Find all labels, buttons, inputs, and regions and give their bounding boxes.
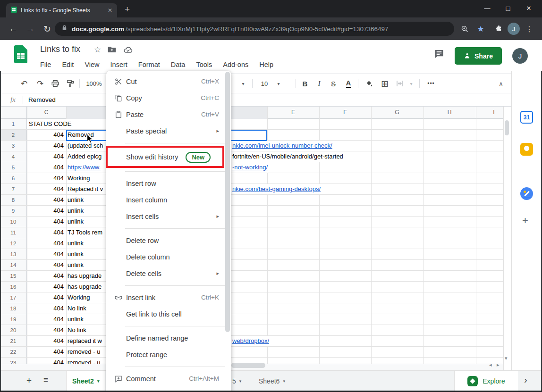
table-row[interactable]: 15404has upgrade	[0, 271, 503, 282]
table-row[interactable]: 12404unlink	[0, 238, 503, 249]
menu-item-cut[interactable]: CutCtrl+X	[106, 73, 231, 90]
more-toolbar-icon[interactable]: •••	[424, 78, 438, 89]
scroll-left-icon[interactable]: ◂	[489, 362, 492, 368]
font-size-caret-icon[interactable]: ▾	[275, 78, 282, 89]
row-header-6[interactable]: 6	[0, 173, 27, 183]
add-sheet-icon[interactable]: +	[26, 375, 32, 386]
merge-caret-icon[interactable]: ▾	[408, 78, 415, 89]
table-row[interactable]: 14404unlink	[0, 260, 503, 271]
cell-d7-overflow[interactable]: nkie.com/best-gaming-desktops/	[232, 184, 322, 194]
sheet-tab-sheet2[interactable]: Sheet2 ▾	[66, 371, 105, 391]
table-row[interactable]: 19404unlink	[0, 314, 503, 325]
cell-d4[interactable]: Added epicg	[68, 151, 102, 162]
menu-item-delete-column[interactable]: Delete column	[106, 249, 231, 265]
cell-d21[interactable]: replaced it w	[68, 336, 102, 346]
table-row[interactable]: 22404removed - u	[0, 347, 503, 358]
print-icon[interactable]	[49, 78, 61, 89]
row-header-19[interactable]: 19	[0, 314, 27, 325]
row-header-3[interactable]: 3	[0, 141, 27, 151]
cell-d20[interactable]: No link	[68, 325, 86, 335]
menu-insert[interactable]: Insert	[110, 61, 127, 68]
forward-icon[interactable]: →	[25, 23, 36, 34]
browser-menu-icon[interactable]: ⋮	[524, 23, 535, 34]
cell-d4-overflow[interactable]: fortnite/en-US/mobile/android/get-starte…	[232, 151, 345, 162]
menu-item-insert-link[interactable]: Insert linkCtrl+K	[106, 289, 231, 306]
cell-d21-overflow[interactable]: web/dropbox/	[232, 336, 271, 346]
bookmark-star-icon[interactable]: ★	[475, 23, 486, 34]
menu-item-copy[interactable]: CopyCtrl+C	[106, 90, 231, 106]
cell-c14[interactable]: 404	[27, 260, 66, 270]
table-row[interactable]: 20404No link	[0, 325, 503, 336]
cell-c12[interactable]: 404	[27, 238, 66, 249]
table-row[interactable]: 6404Working	[0, 173, 503, 184]
cell-d12[interactable]: unlink	[68, 238, 84, 249]
table-row[interactable]: 17404Working	[0, 292, 503, 303]
close-button[interactable]: ✕	[518, 0, 539, 16]
cell-d13[interactable]: unlink	[68, 249, 84, 259]
table-row[interactable]: 3404(updated schnkie.com/imei-unlock-num…	[0, 141, 503, 151]
scroll-down-icon[interactable]: ▾	[505, 355, 508, 361]
cell-c21[interactable]: 404	[27, 336, 66, 346]
menu-item-comment[interactable]: CommentCtrl+Alt+M	[106, 370, 231, 387]
column-header-c[interactable]: C	[44, 109, 49, 116]
show-side-panel-icon[interactable]: ›	[524, 375, 527, 385]
table-row[interactable]: 11404TJ Tools rem	[0, 227, 503, 238]
sheet-tab-sheet6[interactable]: Sheet6 ▾	[253, 371, 291, 391]
bold-button[interactable]: B	[299, 78, 311, 89]
menu-scrollbar-thumb[interactable]	[225, 72, 230, 332]
maximize-button[interactable]: □	[498, 0, 518, 16]
cell-c17[interactable]: 404	[27, 292, 66, 303]
cell-c7[interactable]: 404	[27, 184, 66, 194]
cloud-saved-icon[interactable]	[123, 46, 133, 56]
menu-view[interactable]: View	[85, 61, 99, 68]
comment-history-icon[interactable]	[433, 49, 445, 61]
column-header-g[interactable]: G	[395, 109, 399, 116]
cell-d5[interactable]: https://www.	[68, 162, 101, 173]
cell-c4[interactable]: 404	[27, 151, 66, 162]
cell-c8[interactable]: 404	[27, 195, 66, 205]
text-color-button[interactable]: A	[343, 78, 354, 89]
table-row[interactable]: 8404unlink	[0, 195, 503, 206]
collapse-toolbar-icon[interactable]: ∧	[495, 78, 507, 89]
back-icon[interactable]: ←	[8, 23, 19, 34]
cell-d9[interactable]: unlink	[68, 206, 84, 216]
column-header-e[interactable]: E	[291, 109, 295, 116]
column-header-i[interactable]: I	[493, 109, 494, 116]
explore-button[interactable]: Explore	[454, 371, 518, 391]
browser-tab[interactable]: Links to fix - Google Sheets ✕	[6, 3, 117, 17]
sheet-tab-caret-icon[interactable]: ▾	[239, 379, 242, 384]
cell-c16[interactable]: 404	[27, 282, 66, 292]
cell-c18[interactable]: 404	[27, 303, 66, 314]
cell-c22[interactable]: 404	[27, 347, 66, 357]
row-header-9[interactable]: 9	[0, 206, 27, 216]
cell-c19[interactable]: 404	[27, 314, 66, 325]
cell-c9[interactable]: 404	[27, 206, 66, 216]
menu-tools[interactable]: Tools	[196, 61, 212, 68]
tab-close-icon[interactable]: ✕	[108, 7, 112, 14]
sheet-tab-caret-icon[interactable]: ▾	[97, 379, 100, 384]
cell-c13[interactable]: 404	[27, 249, 66, 259]
merge-cells-icon[interactable]	[394, 78, 406, 89]
row-header-14[interactable]: 14	[0, 260, 27, 270]
cell-d3-overflow[interactable]: nkie.com/imei-unlock-number-check/	[232, 141, 334, 151]
font-size-select[interactable]: 10	[259, 78, 270, 89]
menu-item-insert-column[interactable]: Insert column	[106, 192, 231, 208]
row-header-18[interactable]: 18	[0, 303, 27, 314]
column-header-h[interactable]: H	[448, 109, 452, 116]
app-avatar[interactable]: J	[512, 48, 528, 64]
table-row[interactable]: 1STATUS CODE	[0, 119, 503, 130]
browser-avatar[interactable]: J	[508, 23, 520, 35]
formula-bar[interactable]: fx Removed	[0, 93, 542, 107]
cell-d7[interactable]: Replaced it v	[68, 184, 103, 194]
zoom-select[interactable]: 100%	[85, 78, 103, 89]
row-header-12[interactable]: 12	[0, 238, 27, 249]
cell-d16[interactable]: has upgrade	[68, 282, 102, 292]
doc-title[interactable]: Links to fix	[40, 44, 80, 54]
row-header-8[interactable]: 8	[0, 195, 27, 205]
row-header-17[interactable]: 17	[0, 292, 27, 303]
table-row[interactable]: 4404Added epicgfortnite/en-US/mobile/and…	[0, 151, 503, 162]
menu-data[interactable]: Data	[171, 61, 186, 68]
cell-c15[interactable]: 404	[27, 271, 66, 281]
table-row[interactable]: 9404unlink	[0, 206, 503, 217]
menu-edit[interactable]: Edit	[62, 61, 74, 68]
